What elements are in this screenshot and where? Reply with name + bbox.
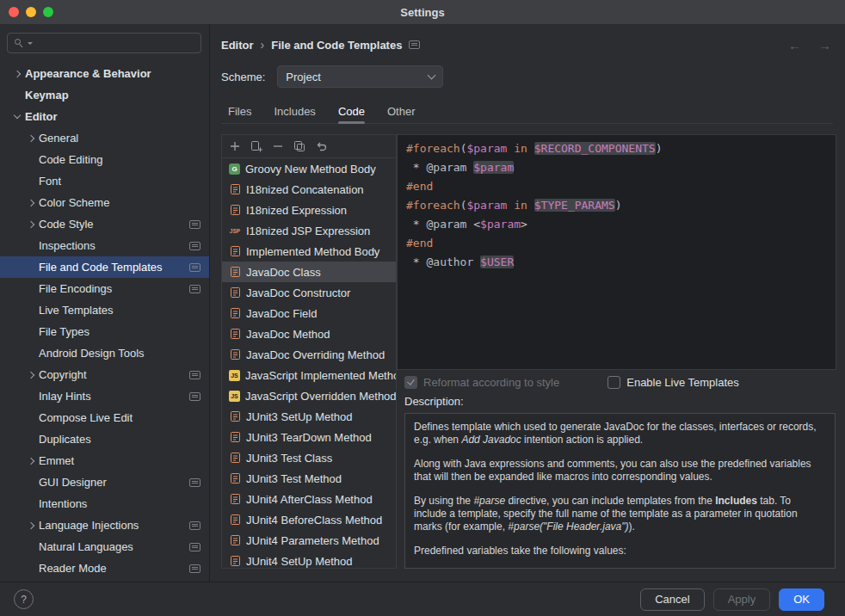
sidebar-item-file-and-code-templates[interactable]: File and Code Templates: [0, 256, 209, 278]
sidebar-item-copyright[interactable]: Copyright: [0, 364, 209, 385]
sidebar-item-duplicates[interactable]: Duplicates: [0, 428, 209, 450]
ok-button[interactable]: OK: [779, 588, 824, 611]
reset-icon[interactable]: [313, 139, 329, 153]
apply-button[interactable]: Apply: [713, 588, 771, 611]
template-file-icon: [229, 514, 241, 526]
template-item-javadoc-method[interactable]: JavaDoc Method: [222, 323, 396, 344]
chevron-placeholder: [24, 562, 39, 576]
add-icon[interactable]: [227, 139, 243, 153]
monitor-icon: [189, 564, 200, 573]
scheme-select[interactable]: Project: [277, 65, 443, 88]
template-item-javascript-overridden-method[interactable]: JSJavaScript Overridden Method: [222, 385, 396, 406]
chevron-right-icon[interactable]: [10, 67, 25, 81]
template-item-groovy-new-method-body[interactable]: GGroovy New Method Body: [222, 158, 396, 179]
sidebar-item-gui-designer[interactable]: GUI Designer: [0, 471, 209, 493]
sidebar-item-language-injections[interactable]: Language Injections: [0, 514, 209, 536]
zoom-button[interactable]: [43, 7, 53, 17]
sidebar-item-general[interactable]: General: [0, 127, 209, 149]
chevron-right-icon[interactable]: [24, 196, 39, 210]
cancel-button[interactable]: Cancel: [640, 588, 704, 611]
sidebar-item-live-templates[interactable]: Live Templates: [0, 299, 209, 321]
description-box[interactable]: Defines template which used to generate …: [404, 413, 836, 569]
sidebar-item-code-editing[interactable]: Code Editing: [0, 149, 209, 170]
breadcrumb: Editor › File and Code Templates ← →: [221, 36, 831, 53]
description-text: Defines template which used to generate …: [414, 421, 826, 557]
sidebar-item-inlay-hints[interactable]: Inlay Hints: [0, 385, 209, 407]
sidebar-item-file-encodings[interactable]: File Encodings: [0, 278, 209, 299]
sidebar-item-label: File and Code Templates: [39, 261, 163, 274]
template-item-javadoc-class[interactable]: JavaDoc Class: [222, 262, 396, 282]
code-line: * @param $param: [406, 158, 836, 177]
sidebar-item-appearance-behavior[interactable]: Appearance & Behavior: [0, 63, 209, 84]
template-item-label: JavaDoc Method: [246, 328, 330, 341]
sidebar-item-code-style[interactable]: Code Style: [0, 213, 209, 235]
template-item-junit3-setup-method[interactable]: JUnit3 SetUp Method: [222, 406, 396, 427]
chevron-right-icon[interactable]: [24, 132, 39, 145]
groovy-file-icon: G: [229, 163, 240, 175]
template-item-label: JUnit4 SetUp Method: [246, 555, 353, 568]
template-item-i18nized-expression[interactable]: I18nized Expression: [222, 200, 396, 220]
sidebar-item-android-design-tools[interactable]: Android Design Tools: [0, 342, 209, 364]
template-item-junit3-teardown-method[interactable]: JUnit3 TearDown Method: [222, 427, 396, 447]
template-code-editor[interactable]: #foreach($param in $RECORD_COMPONENTS) *…: [397, 134, 836, 370]
chevron-right-icon[interactable]: [24, 218, 39, 231]
copy-icon[interactable]: [249, 139, 264, 153]
duplicate-icon[interactable]: [292, 139, 307, 153]
chevron-right-icon[interactable]: [24, 368, 39, 382]
close-button[interactable]: [9, 7, 19, 17]
sidebar-item-file-types[interactable]: File Types: [0, 321, 209, 342]
sidebar-item-emmet[interactable]: Emmet: [0, 450, 209, 471]
tab-other[interactable]: Other: [387, 100, 416, 123]
back-button[interactable]: ←: [788, 38, 801, 52]
sidebar-item-keymap[interactable]: Keymap: [0, 84, 209, 106]
tab-files[interactable]: Files: [228, 100, 251, 123]
template-item-label: Implemented Method Body: [246, 245, 379, 258]
help-button[interactable]: ?: [14, 589, 34, 609]
sidebar-item-natural-languages[interactable]: Natural Languages: [0, 536, 209, 557]
sidebar-item-compose-live-edit[interactable]: Compose Live Edit: [0, 407, 209, 428]
template-item-junit3-test-method[interactable]: JUnit3 Test Method: [222, 468, 396, 489]
code-line: #foreach($param in $RECORD_COMPONENTS): [406, 139, 836, 158]
enable-live-templates-checkbox[interactable]: Enable Live Templates: [608, 376, 739, 389]
sidebar-item-font[interactable]: Font: [0, 170, 209, 192]
remove-icon[interactable]: [270, 139, 286, 153]
chevron-right-icon[interactable]: [24, 454, 39, 468]
sidebar-item-color-scheme[interactable]: Color Scheme: [0, 192, 209, 213]
tab-includes[interactable]: Includes: [274, 100, 315, 123]
template-item-junit4-setup-method[interactable]: JUnit4 SetUp Method: [222, 551, 396, 569]
chevron-down-icon[interactable]: [10, 110, 25, 124]
template-item-javadoc-field[interactable]: JavaDoc Field: [222, 303, 396, 323]
checkbox-unchecked-icon: [608, 376, 620, 389]
sidebar-item-reader-mode[interactable]: Reader Mode: [0, 557, 209, 579]
template-item-implemented-method-body[interactable]: Implemented Method Body: [222, 241, 396, 262]
sidebar-item-intentions[interactable]: Intentions: [0, 493, 209, 514]
sidebar-item-label: Language Injections: [39, 519, 139, 532]
template-item-junit3-test-class[interactable]: JUnit3 Test Class: [222, 447, 396, 468]
template-file-icon: [229, 266, 241, 278]
template-list-panel: GGroovy New Method BodyI18nized Concaten…: [221, 134, 397, 569]
template-item-junit4-afterclass-method[interactable]: JUnit4 AfterClass Method: [222, 489, 396, 509]
template-item-i18nized-jsp-expression[interactable]: JSPI18nized JSP Expression: [222, 220, 396, 241]
template-item-label: I18nized JSP Expression: [246, 225, 370, 237]
reformat-checkbox[interactable]: Reformat according to style: [404, 376, 559, 389]
template-item-javadoc-overriding-method[interactable]: JavaDoc Overriding Method: [222, 344, 396, 365]
search-input[interactable]: [7, 33, 201, 53]
template-item-junit4-parameters-method[interactable]: JUnit4 Parameters Method: [222, 530, 396, 551]
template-item-i18nized-concatenation[interactable]: I18nized Concatenation: [222, 179, 396, 200]
breadcrumb-separator-icon: ›: [261, 38, 265, 52]
chevron-placeholder: [24, 282, 39, 296]
sidebar-item-inspections[interactable]: Inspections: [0, 235, 209, 256]
forward-button[interactable]: →: [818, 38, 831, 52]
minimize-button[interactable]: [26, 7, 36, 17]
code-line: #end: [406, 234, 836, 253]
tab-code[interactable]: Code: [338, 100, 365, 123]
template-item-javascript-implemented-method[interactable]: JSJavaScript Implemented Method: [222, 365, 396, 385]
breadcrumb-editor[interactable]: Editor: [221, 39, 254, 52]
template-item-javadoc-constructor[interactable]: JavaDoc Constructor: [222, 282, 396, 303]
chevron-right-icon[interactable]: [24, 519, 39, 533]
template-item-junit4-beforeclass-method[interactable]: JUnit4 BeforeClass Method: [222, 509, 396, 530]
sidebar-item-label: File Encodings: [39, 282, 112, 295]
template-item-label: JavaScript Overridden Method: [245, 390, 396, 403]
monitor-icon: [189, 220, 200, 229]
sidebar-item-editor[interactable]: Editor: [0, 106, 209, 127]
